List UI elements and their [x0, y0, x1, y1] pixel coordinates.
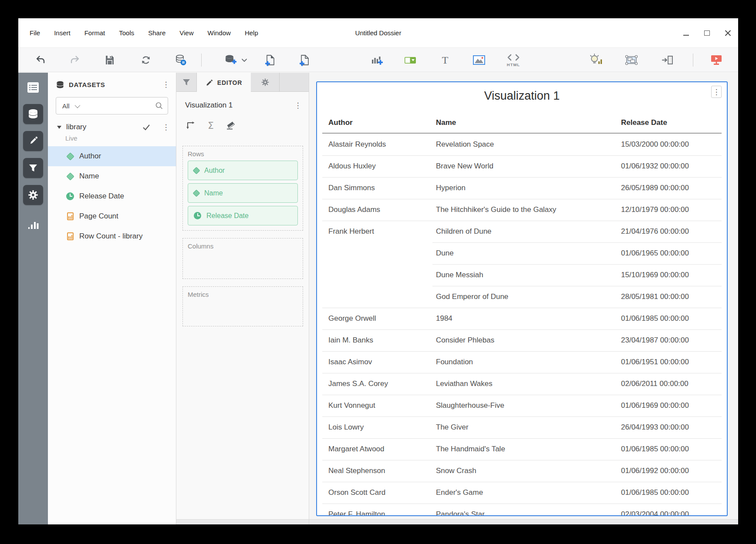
table-row[interactable]: Dune 01/06/1965 00:00:00	[317, 242, 727, 264]
table-row[interactable]: Douglas Adams The Hitchhiker's Guide to …	[317, 199, 727, 221]
filter-rail-icon[interactable]	[23, 158, 43, 178]
new-page-icon[interactable]	[298, 54, 311, 67]
cell-author[interactable]: Neal Stephenson	[328, 467, 436, 475]
menu-item-window[interactable]: Window	[208, 29, 231, 37]
cell-date[interactable]: 28/05/1981 00:00:00	[621, 292, 716, 301]
cell-date[interactable]: 02/03/2004 00:00:00	[621, 510, 716, 516]
cell-name[interactable]: Children of Dune	[436, 227, 621, 236]
cell-date[interactable]: 01/06/1992 00:00:00	[621, 467, 716, 475]
menu-item-insert[interactable]: Insert	[54, 29, 71, 37]
table-row[interactable]: Frank Herbert Children of Dune 21/04/197…	[317, 221, 727, 242]
cell-date[interactable]: 01/06/1932 00:00:00	[621, 162, 716, 171]
cell-author[interactable]: Margaret Atwood	[328, 445, 436, 453]
cell-name[interactable]: Dune	[436, 249, 621, 258]
cell-date[interactable]: 26/05/1989 00:00:00	[621, 184, 716, 192]
cell-name[interactable]: Revelation Space	[436, 140, 621, 149]
undo-icon[interactable]	[34, 54, 47, 66]
table-row[interactable]: Margaret Atwood The Handmaid's Tale 01/0…	[317, 438, 727, 460]
redo-icon[interactable]	[69, 54, 81, 66]
cell-date[interactable]: 01/06/1969 00:00:00	[621, 401, 716, 410]
refresh-icon[interactable]	[140, 54, 152, 66]
cell-author[interactable]: George Orwell	[328, 314, 436, 323]
table-row[interactable]: Dan Simmons Hyperion 26/05/1989 00:00:00	[317, 177, 727, 199]
menu-item-view[interactable]: View	[179, 29, 193, 37]
cell-author[interactable]: James S.A. Corey	[328, 379, 436, 388]
cell-name[interactable]: Hyperion	[436, 184, 621, 192]
dataset-search-box[interactable]: All	[56, 97, 168, 114]
search-filter-value[interactable]: All	[62, 102, 70, 110]
contents-icon[interactable]	[27, 81, 40, 94]
add-selector-icon[interactable]	[403, 54, 417, 66]
insights-icon[interactable]	[588, 53, 604, 67]
cell-date[interactable]: 01/06/1951 00:00:00	[621, 358, 716, 366]
cell-author[interactable]: Iain M. Banks	[328, 336, 436, 345]
cell-date[interactable]: 12/10/1979 00:00:00	[621, 205, 716, 214]
cell-author[interactable]: Aldous Huxley	[328, 162, 436, 171]
datasets-menu-kebab-icon[interactable]	[162, 80, 170, 89]
sigma-icon[interactable]: Σ	[208, 120, 214, 131]
cell-author[interactable]: Douglas Adams	[328, 205, 436, 214]
cell-name[interactable]: Foundation	[436, 358, 621, 366]
chip-name[interactable]: Name	[188, 183, 298, 203]
table-row[interactable]: Aldous Huxley Brave New World 01/06/1932…	[317, 155, 727, 177]
table-row[interactable]: Neal Stephenson Snow Crash 01/06/1992 00…	[317, 460, 727, 482]
table-row[interactable]: Lois Lowry The Giver 26/04/1993 00:00:00	[317, 416, 727, 438]
table-row[interactable]: Isaac Asimov Foundation 01/06/1951 00:00…	[317, 351, 727, 373]
cell-name[interactable]: Ender's Game	[436, 488, 621, 497]
menu-item-tools[interactable]: Tools	[119, 29, 134, 37]
drop-zone-columns[interactable]: Columns	[182, 238, 303, 279]
dossier-canvas[interactable]: Visualization 1 Author Name Release Date…	[309, 73, 738, 524]
cell-name[interactable]: Slaughterhouse-Five	[436, 401, 621, 410]
cell-date[interactable]: 01/06/1985 00:00:00	[621, 314, 716, 323]
cell-date[interactable]: 26/04/1993 00:00:00	[621, 423, 716, 432]
table-row[interactable]: Kurt Vonnegut Slaughterhouse-Five 01/06/…	[317, 395, 727, 416]
cell-author[interactable]: Alastair Reynolds	[328, 140, 436, 149]
cell-name[interactable]: 1984	[436, 314, 621, 323]
chip-author[interactable]: Author	[188, 161, 298, 180]
table-row[interactable]: George Orwell 1984 01/06/1985 00:00:00	[317, 308, 727, 329]
minimize-button[interactable]	[675, 18, 696, 48]
add-visualization-icon[interactable]	[370, 54, 384, 67]
cell-author[interactable]: Kurt Vonnegut	[328, 401, 436, 410]
dataset-name[interactable]: library	[66, 123, 86, 131]
drop-zone-rows[interactable]: Rows Author Name Release Date	[182, 146, 303, 231]
cell-date[interactable]: 01/06/1985 00:00:00	[621, 445, 716, 453]
cell-name[interactable]: Leviathan Wakes	[436, 379, 621, 388]
eraser-icon[interactable]	[225, 120, 236, 131]
cell-author[interactable]: Lois Lowry	[328, 423, 436, 432]
tab-settings[interactable]	[251, 73, 280, 92]
cell-author[interactable]: Peter F. Hamilton	[328, 510, 436, 516]
visualization-kebab-icon[interactable]	[711, 86, 722, 98]
canvas-hscrollbar[interactable]	[309, 519, 738, 524]
editor-rail-icon[interactable]	[23, 131, 43, 151]
editor-hscrollbar[interactable]	[176, 519, 309, 524]
visualizations-rail-icon[interactable]	[27, 218, 40, 230]
field-page-count[interactable]: Page Count	[48, 206, 176, 226]
visualization-card[interactable]: Visualization 1 Author Name Release Date…	[316, 81, 728, 516]
search-icon[interactable]	[155, 101, 163, 110]
table-row[interactable]: Orson Scott Card Ender's Game 01/06/1985…	[317, 482, 727, 504]
column-header-name[interactable]: Name	[436, 118, 621, 127]
table-row[interactable]: Peter F. Hamilton Pandora's Star 02/03/2…	[317, 504, 727, 516]
cell-name[interactable]: God Emperor of Dune	[436, 292, 621, 301]
field-release-date[interactable]: Release Date	[48, 186, 176, 206]
cell-name[interactable]: Snow Crash	[436, 467, 621, 475]
cell-date[interactable]: 15/10/1969 00:00:00	[621, 271, 716, 279]
datasets-rail-icon[interactable]	[23, 104, 43, 124]
menu-item-file[interactable]: File	[30, 29, 40, 37]
tab-editor[interactable]: EDITOR	[197, 73, 251, 92]
dataset-menu-kebab-icon[interactable]	[162, 122, 170, 132]
cell-name[interactable]: Pandora's Star	[436, 510, 621, 516]
drop-zone-metrics[interactable]: Metrics	[182, 286, 303, 326]
add-text-icon[interactable]: T	[439, 54, 451, 66]
column-header-release-date[interactable]: Release Date	[621, 118, 716, 127]
settings-rail-icon[interactable]	[23, 185, 43, 205]
cell-author[interactable]: Isaac Asimov	[328, 358, 436, 366]
pause-dataset-icon[interactable]	[174, 54, 187, 67]
cell-date[interactable]: 23/04/1987 00:00:00	[621, 336, 716, 345]
chevron-down-icon[interactable]	[74, 102, 80, 108]
table-row[interactable]: Dune Messiah 15/10/1969 00:00:00	[317, 264, 727, 286]
collapse-panel-icon[interactable]	[661, 54, 674, 66]
maximize-button[interactable]	[696, 18, 717, 48]
cell-name[interactable]: Dune Messiah	[436, 271, 621, 279]
